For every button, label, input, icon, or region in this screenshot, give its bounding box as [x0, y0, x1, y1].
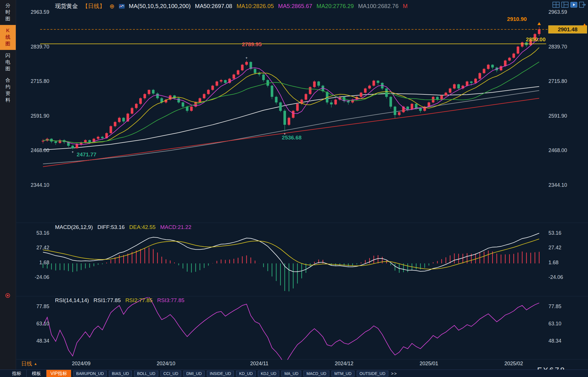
- rsi3-value: RSI3:77.85: [157, 297, 184, 304]
- ma50-value: MA50:2697.08: [195, 3, 232, 9]
- y-axis-label-right: 2963.59: [548, 9, 567, 15]
- sidebar-tab-lightning-chart[interactable]: 闪电图: [0, 50, 16, 75]
- timeframe-selector[interactable]: 日线 ▲: [21, 360, 37, 368]
- indicator-settings-icon[interactable]: [5, 293, 10, 298]
- rsi-line: [43, 297, 539, 365]
- ma200-value-truncated: M: [403, 3, 408, 9]
- sidebar-tab-label: K线图: [5, 28, 11, 47]
- macd-pane: [43, 233, 539, 292]
- toolbar-item-dmi-ud[interactable]: DMI_UD: [183, 371, 205, 376]
- rsi-axis-label-left: 63.10: [36, 321, 49, 327]
- sidebar-tab-contract-info[interactable]: 合约资料: [0, 75, 16, 106]
- toolbar-item-0[interactable]: 指标: [7, 370, 27, 377]
- macd-axis-label-right: -24.06: [548, 274, 563, 280]
- sidebar-tab-label: 闪电图: [5, 53, 11, 72]
- sidebar-tab-kline-chart[interactable]: K线图: [0, 25, 16, 50]
- ma200-line: [43, 98, 539, 167]
- toolbar-item-boll-ud[interactable]: BOLL_UD: [134, 371, 158, 376]
- ma20-value: MA20:2776.29: [317, 3, 354, 9]
- extreme-marker: +: [284, 132, 286, 136]
- y-axis-label-right: 2468.00: [548, 147, 567, 153]
- rsi-axis-label-left: 77.85: [36, 304, 49, 309]
- rsi-pane: [43, 297, 539, 365]
- macd-header: MACD(26,12,9) DIFF:53.16 DEA:42.55 MACD:…: [55, 224, 191, 230]
- macd-axis-label-left: 27.42: [36, 245, 49, 250]
- sidebar-tab-label: 合约资料: [5, 77, 11, 104]
- toolbar-item-inside-ud[interactable]: INSIDE_UD: [207, 371, 234, 376]
- toolbar-item-vip[interactable]: VIP指标: [46, 370, 71, 377]
- x-axis-label: 2024/10: [157, 361, 175, 366]
- rsi-params: RSI(14,14,14): [55, 297, 89, 304]
- x-axis-label: 2025/01: [420, 361, 438, 366]
- high-marker-icon: [538, 22, 541, 25]
- macd-axis-label-left: 53.16: [36, 230, 49, 236]
- rsi2-value: RSI2:77.85: [125, 297, 152, 304]
- x-axis-label: 2024/12: [335, 361, 353, 366]
- ma100-value: MA100:2682.76: [358, 3, 399, 9]
- macd-dea-value: DEA:42.55: [129, 224, 156, 230]
- sidebar-tab-timeshare-chart[interactable]: 分时图: [0, 0, 16, 25]
- rsi-axis-label-left: 48.34: [36, 338, 49, 344]
- macd-axis-label-left: 1.68: [39, 260, 49, 265]
- add-indicator-icon[interactable]: ⊕: [109, 3, 115, 9]
- y-axis-label-left: 2468.00: [31, 147, 49, 153]
- rsi1-value: RSI1:77.85: [93, 297, 121, 304]
- y-axis-label-left: 2839.70: [31, 44, 49, 50]
- period-tag: 【日线】: [82, 2, 105, 10]
- price-up-arrow-icon: [583, 24, 586, 26]
- ma10-line: [43, 48, 539, 143]
- symbol-name: 现货黄金: [55, 2, 78, 10]
- toolbar-item-ma-ud[interactable]: MA_UD: [281, 371, 301, 376]
- y-axis-label-right: 2591.90: [548, 113, 567, 119]
- chart-canvas[interactable]: 2850.002901.482910.902789.95+2536.68+247…: [0, 0, 588, 377]
- ma10-value: MA10:2826.05: [236, 3, 274, 9]
- macd-diff-value: DIFF:53.16: [97, 224, 125, 230]
- rsi-axis-label-right: 48.34: [548, 338, 561, 344]
- price-annotation: 2910.90: [507, 16, 527, 22]
- toolbar-item-cci-ud[interactable]: CCI_UD: [160, 371, 181, 376]
- toolbar-item-outside-ud[interactable]: OUTSIDE_UD: [357, 371, 388, 376]
- sidebar-tab-label: 分时图: [5, 3, 11, 22]
- ma5-line: [43, 38, 539, 145]
- price-pane: [42, 27, 541, 167]
- y-axis-label-right: 2715.80: [548, 78, 567, 84]
- extreme-marker: +: [246, 56, 248, 60]
- macd-params: MACD(26,12,9): [55, 224, 93, 230]
- x-axis-label: 2024/09: [72, 361, 91, 366]
- macd-axis-label-right: 27.42: [548, 245, 561, 250]
- last-price-label: 2901.48: [558, 26, 578, 32]
- playback-icon[interactable]: [570, 2, 577, 8]
- mini-kline-icon[interactable]: [119, 4, 125, 9]
- y-axis-label-left: 2963.59: [31, 9, 49, 15]
- macd-axis-label-left: -24.06: [35, 274, 49, 280]
- left-sidebar: 分时图 K线图 闪电图 合约资料: [0, 0, 16, 370]
- macd-diff-line: [43, 233, 539, 272]
- toolbar-more-button[interactable]: >>: [391, 371, 397, 376]
- ma20-line: [43, 62, 539, 143]
- timeframe-label: 日线: [21, 360, 32, 368]
- rsi-header: RSI(14,14,14) RSI1:77.85 RSI2:77.85 RSI3…: [55, 297, 185, 304]
- y-axis-label-left: 2715.80: [31, 78, 49, 84]
- y-axis-label-right: 2344.10: [548, 182, 567, 188]
- indicator-toolbar: 指标模板VIP指标BARUPDN_UDBIAS_UDBOLL_UDCCI_UDD…: [0, 370, 588, 377]
- y-axis-label-right: 2839.70: [548, 44, 567, 50]
- rsi-axis-label-right: 63.10: [548, 321, 561, 327]
- toolbar-item-mtm-ud[interactable]: MTM_UD: [332, 371, 354, 376]
- toolbar-item-1[interactable]: 模板: [27, 370, 46, 377]
- toolbar-item-kdj-ud[interactable]: KDJ_UD: [258, 371, 279, 376]
- ma100-line: [43, 90, 539, 164]
- toolbar-item-barupdn-ud[interactable]: BARUPDN_UD: [73, 371, 107, 376]
- toolbar-item-kd-ud[interactable]: KD_UD: [236, 371, 255, 376]
- macd-hist-value: MACD:21.22: [160, 224, 191, 230]
- y-axis-label-left: 2344.10: [31, 182, 49, 188]
- toolbar-item-bias-ud[interactable]: BIAS_UD: [109, 371, 132, 376]
- window-export-icon[interactable]: [579, 2, 586, 8]
- price-annotation: 2471.77: [77, 151, 97, 158]
- toolbar-item-macd-ud[interactable]: MACD_UD: [303, 371, 329, 376]
- ma5-value: MA5:2865.67: [278, 3, 312, 9]
- x-axis-label: 2024/11: [250, 361, 268, 366]
- layout-grid-icon[interactable]: [552, 2, 560, 8]
- alert-price-label: 2850.00: [526, 36, 546, 42]
- layout-split-icon[interactable]: [561, 2, 569, 8]
- candlestick-series: [42, 27, 541, 149]
